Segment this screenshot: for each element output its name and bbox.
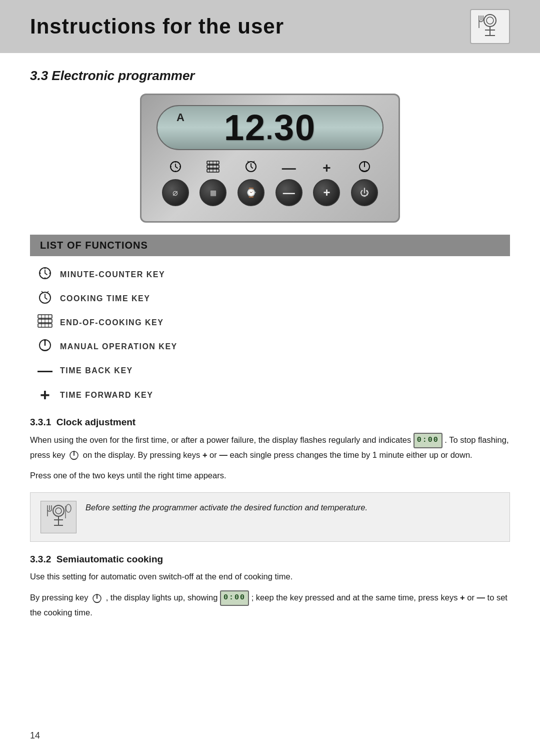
cooking-time-button[interactable]: ⌚: [238, 179, 264, 206]
manual-label: MANUAL OPERATION KEY: [60, 342, 178, 351]
clock-button[interactable]: ⌀: [162, 179, 189, 206]
svg-point-34: [74, 451, 75, 452]
svg-point-1: [486, 17, 494, 24]
end-cooking-label: END-OF-COOKING KEY: [60, 318, 164, 327]
main-content: 3.3 Electronic programmer A 12.30: [0, 68, 540, 619]
manual-symbol: [30, 338, 60, 356]
lcd-display-1: 0:00: [414, 433, 442, 448]
plus-inner: +: [323, 186, 330, 200]
lcd-display-2: 0:00: [220, 590, 249, 606]
minus-button[interactable]: —: [276, 179, 302, 206]
end-cooking-button-inner: ▦: [210, 189, 216, 197]
time-forward-label: TIME FORWARD KEY: [60, 391, 153, 400]
time-back-symbol: —: [30, 362, 60, 379]
clock-adj-text-1: When using the oven for the first time, …: [30, 433, 510, 462]
subsection-332-title: 3.3.2 Semiautomatic cooking: [30, 554, 510, 565]
plus-button[interactable]: +: [313, 179, 340, 206]
function-item-manual: MANUAL OPERATION KEY: [30, 337, 510, 356]
cooking-time-inner: ⌚: [246, 187, 256, 198]
btn-clock-icon: [169, 160, 182, 176]
manual-button[interactable]: ⏻: [351, 179, 378, 206]
btn-cooking-time-icon: [244, 160, 258, 176]
btn-manual[interactable]: ⏻: [351, 160, 378, 206]
btn-minus-icon: —: [282, 160, 296, 176]
time-forward-symbol: +: [30, 385, 60, 405]
header-icon: [470, 9, 510, 44]
btn-end-cooking-icon: [206, 160, 220, 176]
section-33: 3.3 Electronic programmer A 12.30: [30, 68, 510, 619]
function-item-cooking-time: COOKING TIME KEY: [30, 289, 510, 308]
page-number: 14: [30, 730, 40, 741]
cooking-time-label: COOKING TIME KEY: [60, 294, 150, 303]
subsection-331-title: 3.3.1 Clock adjustment: [30, 417, 510, 428]
page-header: Instructions for the user: [0, 0, 540, 53]
note-text: Before setting the programmer activate t…: [86, 501, 368, 514]
btn-clock[interactable]: ⌀: [162, 160, 189, 206]
function-item-time-back: — TIME BACK KEY: [30, 361, 510, 380]
note-box: Before setting the programmer activate t…: [30, 492, 510, 542]
display-marker-a: A: [176, 111, 184, 124]
section-heading: 3.3 Electronic programmer: [30, 68, 510, 84]
minute-counter-symbol: [30, 266, 60, 284]
function-item-end-cooking: END-OF-COOKING KEY: [30, 313, 510, 332]
btn-manual-icon: [358, 160, 371, 176]
btn-plus-icon: +: [322, 160, 330, 176]
semiauto-text-1: Use this setting for automatic oven swit…: [30, 570, 510, 583]
svg-point-0: [484, 15, 496, 27]
svg-point-45: [66, 504, 71, 512]
cooking-time-symbol: [30, 290, 60, 308]
subsection-331: 3.3.1 Clock adjustment When using the ov…: [30, 417, 510, 482]
function-item-minute-counter: MINUTE-COUNTER KEY: [30, 265, 510, 284]
end-cooking-symbol: [30, 314, 60, 332]
clock-button-inner: ⌀: [172, 187, 178, 198]
btn-cooking-time[interactable]: ⌚: [238, 160, 264, 206]
minus-inner: —: [283, 186, 295, 200]
display-screen: A 12.30: [156, 105, 384, 150]
manual-inner: ⏻: [360, 188, 369, 198]
end-cooking-button[interactable]: ▦: [200, 179, 226, 206]
btn-minus[interactable]: — —: [276, 160, 302, 206]
function-list: MINUTE-COUNTER KEY COOKING TIME KEY: [30, 265, 510, 405]
svg-point-20: [364, 162, 366, 163]
semiauto-text-2: By pressing key , the display lights up,…: [30, 590, 510, 619]
time-back-label: TIME BACK KEY: [60, 366, 133, 375]
list-functions-header: LIST OF FUNCTIONS: [30, 235, 510, 256]
btn-plus[interactable]: + +: [313, 160, 340, 206]
subsection-332: 3.3.2 Semiautomatic cooking Use this set…: [30, 554, 510, 619]
svg-point-47: [96, 594, 98, 595]
svg-point-35: [53, 505, 64, 516]
function-item-time-forward: + TIME FORWARD KEY: [30, 385, 510, 405]
note-icon: [40, 501, 76, 533]
btn-end-cooking[interactable]: ▦: [200, 160, 226, 206]
display-time: 12.30: [224, 107, 316, 148]
svg-point-36: [56, 508, 62, 514]
svg-point-32: [44, 339, 46, 341]
page-title: Instructions for the user: [30, 15, 284, 39]
minute-counter-label: MINUTE-COUNTER KEY: [60, 270, 165, 279]
button-row: ⌀: [156, 160, 384, 206]
display-panel: A 12.30 ⌀: [140, 94, 400, 223]
clock-adj-text-2: Press one of the two keys until the righ…: [30, 469, 510, 482]
